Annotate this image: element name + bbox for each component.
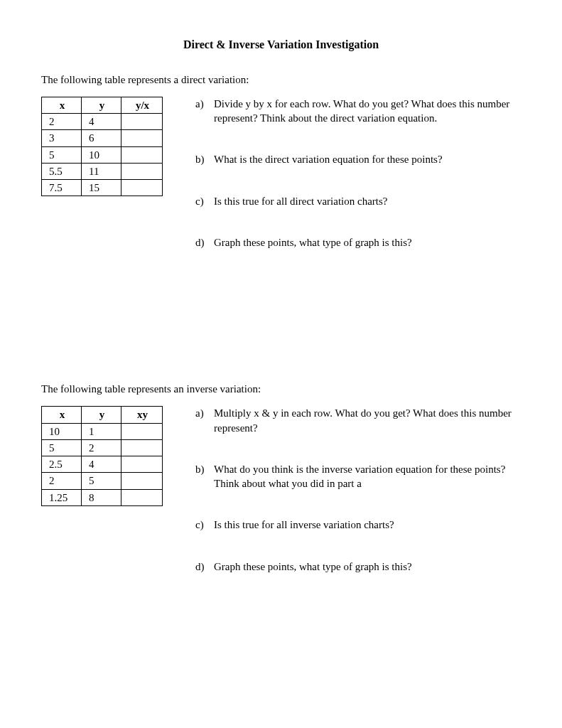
question-label: d) [195,560,214,574]
cell-calc [121,423,163,439]
question-text: Graph these points, what type of graph i… [214,560,521,574]
cell-calc [121,114,163,130]
header-x: x [42,407,82,423]
header-y: y [82,407,121,423]
table-row: 2 5 [42,473,163,489]
question-item: c) Is this true for all inverse variatio… [185,518,521,532]
section1-table: x y y/x 2 4 3 6 5 10 5.5 11 [41,97,163,197]
question-label: c) [195,194,214,208]
cell-y: 2 [82,439,121,456]
cell-y: 10 [82,146,121,163]
section2-intro: The following table represents an invers… [41,382,521,396]
table-header-row: x y xy [42,407,163,423]
header-calc: xy [121,407,163,423]
cell-y: 8 [82,489,121,505]
cell-x: 2 [42,114,82,130]
cell-x: 5.5 [42,163,82,179]
question-item: d) Graph these points, what type of grap… [185,235,521,250]
cell-y: 1 [82,423,121,439]
question-label: a) [195,406,214,435]
page-title: Direct & Inverse Variation Investigation [41,37,521,53]
question-item: d) Graph these points, what type of grap… [185,560,521,574]
cell-x: 5 [42,439,82,456]
cell-y: 5 [82,473,121,489]
cell-calc [121,473,163,489]
cell-x: 7.5 [42,180,82,196]
header-x: x [42,97,82,113]
question-text: Multiply x & y in each row. What do you … [214,406,521,435]
spacer [41,601,521,728]
cell-y: 6 [82,130,121,146]
header-calc: y/x [121,97,163,113]
question-label: a) [195,97,214,126]
cell-y: 15 [82,180,121,196]
question-text: Is this true for all direct variation ch… [214,194,521,208]
question-item: b) What is the direct variation equation… [185,152,521,166]
section2-table-wrap: x y xy 10 1 5 2 2.5 4 2 5 [41,406,163,506]
cell-x: 5 [42,146,82,163]
table-row: 7.5 15 [42,180,163,196]
question-item: c) Is this true for all direct variation… [185,194,521,208]
cell-y: 4 [82,456,121,473]
question-label: c) [195,518,214,532]
table-row: 1.25 8 [42,489,163,505]
table-row: 3 6 [42,130,163,146]
section1-table-wrap: x y y/x 2 4 3 6 5 10 5.5 11 [41,97,163,197]
question-text: What do you think is the inverse variati… [214,462,521,491]
question-item: a) Multiply x & y in each row. What do y… [185,406,521,435]
section2: x y xy 10 1 5 2 2.5 4 2 5 [41,406,521,601]
cell-calc [121,130,163,146]
section2-questions: a) Multiply x & y in each row. What do y… [185,406,521,601]
section1-intro: The following table represents a direct … [41,73,521,87]
cell-y: 4 [82,114,121,130]
table-row: 5.5 11 [42,163,163,179]
section2-table: x y xy 10 1 5 2 2.5 4 2 5 [41,406,163,506]
question-item: b) What do you think is the inverse vari… [185,462,521,491]
cell-calc [121,146,163,163]
cell-x: 3 [42,130,82,146]
section1: x y y/x 2 4 3 6 5 10 5.5 11 [41,97,521,277]
cell-calc [121,439,163,456]
cell-x: 1.25 [42,489,82,505]
question-text: Is this true for all inverse variation c… [214,518,521,532]
cell-x: 2 [42,473,82,489]
table-row: 5 10 [42,146,163,163]
cell-calc [121,489,163,505]
question-item: a) Divide y by x for each row. What do y… [185,97,521,126]
question-text: What is the direct variation equation fo… [214,152,521,166]
table-row: 10 1 [42,423,163,439]
section1-questions: a) Divide y by x for each row. What do y… [185,97,521,277]
table-row: 2 4 [42,114,163,130]
cell-calc [121,456,163,473]
question-text: Divide y by x for each row. What do you … [214,97,521,126]
table-header-row: x y y/x [42,97,163,113]
question-label: b) [195,462,214,491]
cell-x: 2.5 [42,456,82,473]
spacer [41,277,521,382]
question-text: Graph these points, what type of graph i… [214,235,521,250]
table-row: 2.5 4 [42,456,163,473]
cell-calc [121,180,163,196]
cell-x: 10 [42,423,82,439]
table-row: 5 2 [42,439,163,456]
question-label: d) [195,235,214,250]
header-y: y [82,97,121,113]
cell-y: 11 [82,163,121,179]
question-label: b) [195,152,214,166]
cell-calc [121,163,163,179]
